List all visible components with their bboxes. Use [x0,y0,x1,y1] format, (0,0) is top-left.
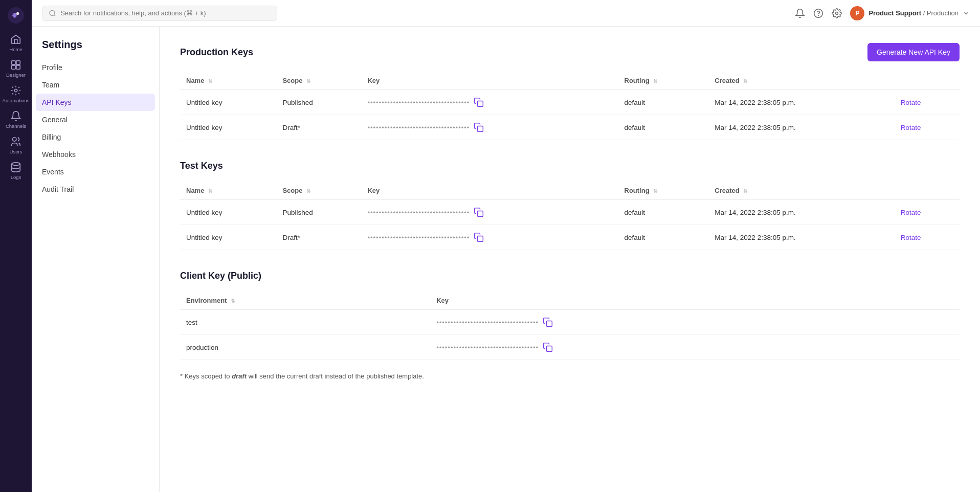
svg-rect-18 [547,321,552,327]
sidebar-item-designer[interactable]: Designer [0,54,32,80]
test-col-name: Name ⇅ [180,182,276,200]
client-col-env: Environment ⇅ [180,292,430,310]
client-row2-key-dots: •••••••••••••••••••••••••••••••••••• [436,344,539,351]
footnote: * Keys scoped to draft will send the cur… [180,372,960,380]
test-row1-created: Mar 14, 2022 2:38:05 p.m. [708,200,894,225]
svg-point-12 [818,15,819,15]
test-row1-key-dots: •••••••••••••••••••••••••••••••••••• [367,209,470,216]
sidebar-item-events[interactable]: Events [32,163,159,181]
sort-icon: ⇅ [306,78,310,84]
main-area: P Product Support / Production Settings … [32,0,980,492]
test-row1-scope: Published [276,200,361,225]
content-area: Settings Profile Team API Keys General B… [32,27,980,492]
client-row2-key: •••••••••••••••••••••••••••••••••••• [430,335,960,360]
svg-rect-15 [478,126,483,132]
copy-icon[interactable] [474,207,484,217]
prod-col-routing: Routing ⇅ [618,72,709,90]
help-icon[interactable] [813,8,823,18]
chevron-down-icon [963,10,970,17]
table-row: test •••••••••••••••••••••••••••••••••••… [180,310,960,335]
main-content: Production Keys Generate New API Key Nam… [160,27,980,492]
sidebar-item-home[interactable]: Home [0,29,32,54]
svg-point-7 [13,138,16,141]
settings-icon[interactable] [832,8,842,18]
client-row1-key-dots: •••••••••••••••••••••••••••••••••••• [436,319,539,326]
test-col-key: Key [361,182,618,200]
sort-icon: ⇅ [208,78,212,84]
svg-rect-16 [478,211,483,217]
sidebar-item-channels[interactable]: Channels [0,105,32,131]
test-col-action [895,182,960,200]
test-row1-routing: default [618,200,709,225]
table-row: Untitled key Draft* ••••••••••••••••••••… [180,225,960,250]
rotate-button[interactable]: Rotate [901,124,921,131]
copy-icon[interactable] [543,317,553,327]
svg-point-11 [814,9,823,17]
test-col-scope: Scope ⇅ [276,182,361,200]
sidebar-item-api-keys[interactable]: API Keys [36,94,155,111]
copy-icon[interactable] [474,232,484,242]
nav-users-label: Users [10,149,23,154]
client-col-key: Key [430,292,960,310]
sort-icon: ⇅ [743,188,747,194]
rotate-button[interactable]: Rotate [901,99,921,106]
table-row: Untitled key Published •••••••••••••••••… [180,90,960,115]
test-row2-key: •••••••••••••••••••••••••••••••••••• [361,225,618,250]
svg-rect-5 [16,65,20,69]
svg-rect-2 [12,61,15,64]
app-logo[interactable] [7,6,25,25]
copy-icon[interactable] [543,342,553,352]
sidebar-title: Settings [32,39,159,59]
search-input[interactable] [60,9,271,17]
sidebar-item-audit-trail[interactable]: Audit Trail [32,181,159,198]
sidebar-item-billing[interactable]: Billing [32,128,159,146]
sidebar-item-users[interactable]: Users [0,131,32,156]
footnote-prefix: * Keys scoped to [180,372,232,380]
sidebar-item-team[interactable]: Team [32,76,159,94]
svg-rect-19 [547,346,552,352]
table-row: Untitled key Draft* ••••••••••••••••••••… [180,115,960,140]
test-row2-created: Mar 14, 2022 2:38:05 p.m. [708,225,894,250]
svg-rect-3 [16,61,20,64]
generate-api-key-button[interactable]: Generate New API Key [867,43,960,61]
prod-col-action [895,72,960,90]
test-col-created: Created ⇅ [708,182,894,200]
nav-home-label: Home [9,47,22,52]
production-keys-header: Production Keys Generate New API Key [180,43,960,61]
production-keys-title: Production Keys [180,47,253,58]
svg-rect-14 [478,101,483,107]
rotate-button[interactable]: Rotate [901,234,921,241]
sidebar-item-webhooks[interactable]: Webhooks [32,146,159,163]
test-row2-routing: default [618,225,709,250]
notifications-icon[interactable] [795,8,805,18]
table-row: production •••••••••••••••••••••••••••••… [180,335,960,360]
svg-point-6 [14,89,17,92]
client-key-table: Environment ⇅ Key test •••••••••••••••••… [180,292,960,360]
nav-logs-label: Logs [11,174,21,180]
table-row: Untitled key Published •••••••••••••••••… [180,200,960,225]
copy-icon[interactable] [474,122,484,132]
workspace-selector[interactable]: P Product Support / Production [850,6,970,20]
sidebar-item-logs[interactable]: Logs [0,156,32,182]
rotate-button[interactable]: Rotate [901,209,921,216]
svg-point-9 [50,10,55,15]
sort-icon: ⇅ [653,188,657,194]
test-keys-title: Test Keys [180,161,223,171]
copy-icon[interactable] [474,97,484,107]
test-row2-scope: Draft* [276,225,361,250]
sidebar-item-automations[interactable]: Automations [0,80,32,105]
svg-point-1 [16,12,19,15]
footnote-suffix: will send the current draft instead of t… [247,372,424,380]
prod-row1-scope: Published [276,90,361,115]
svg-line-10 [54,14,56,16]
sidebar-item-general[interactable]: General [32,111,159,128]
prod-row2-scope: Draft* [276,115,361,140]
prod-row2-created: Mar 14, 2022 2:38:05 p.m. [708,115,894,140]
nav-automations-label: Automations [3,98,30,103]
header-right: P Product Support / Production [795,6,970,20]
sidebar-item-profile[interactable]: Profile [32,59,159,76]
prod-row2-routing: default [618,115,709,140]
client-row1-key: •••••••••••••••••••••••••••••••••••• [430,310,960,335]
search-bar[interactable] [42,6,277,21]
footnote-bold: draft [232,372,247,380]
